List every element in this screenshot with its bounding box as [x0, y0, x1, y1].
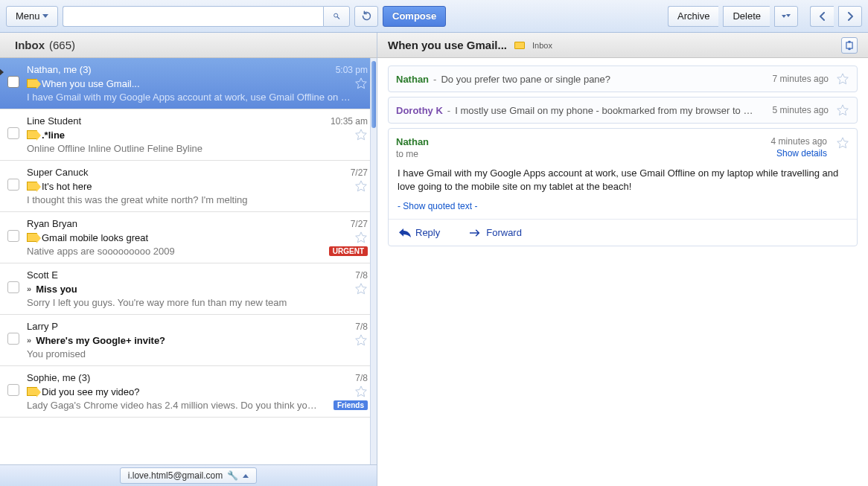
reading-pane: When you use Gmail... Inbox Nathan-Do yo…: [377, 33, 868, 486]
message-checkbox[interactable]: [7, 76, 19, 88]
message-checkbox[interactable]: [7, 230, 19, 242]
message-checkbox[interactable]: [7, 333, 19, 345]
label-badge: Friends: [334, 400, 368, 410]
message-time: 7/27: [345, 219, 368, 229]
forward-icon: [470, 229, 482, 237]
star-icon[interactable]: [354, 385, 368, 398]
chevron-right-icon: [847, 12, 853, 21]
scrollbar-thumb[interactable]: [371, 61, 376, 128]
message-snippet: I have Gmail with my Google Apps account…: [27, 92, 351, 103]
message-list[interactable]: Nathan, me (3)5:03 pmWhen you use Gmail.…: [0, 58, 377, 464]
message-time: 7/8: [349, 322, 368, 332]
message-subject: It's hot here: [42, 181, 92, 192]
expanded-message: Nathan to me 4 minutes ago Show details …: [388, 128, 858, 246]
message-snippet: I thought this was the great white north…: [27, 194, 248, 205]
menu-label: Menu: [16, 10, 40, 22]
message-row[interactable]: Larry P7/8»Where's my Google+ invite?You…: [0, 315, 377, 366]
message-sender: Line Student: [27, 115, 81, 127]
prev-button[interactable]: [810, 6, 834, 27]
message-row[interactable]: Line Student10:35 am.*lineOnline Offline…: [0, 109, 377, 161]
collapsed-message[interactable]: Nathan-Do you prefer two pane or single …: [388, 65, 858, 92]
forward-button[interactable]: Forward: [470, 227, 522, 238]
show-quoted-link[interactable]: - Show quoted text -: [389, 201, 857, 219]
message-row[interactable]: Super Canuck7/27It's hot hereI thought t…: [0, 161, 377, 212]
forward-label: Forward: [486, 227, 522, 238]
star-icon[interactable]: [354, 282, 368, 295]
message-time: 7/8: [349, 373, 368, 383]
message-sender: Ryan Bryan: [27, 218, 77, 229]
compose-button[interactable]: Compose: [383, 6, 446, 27]
scrollbar[interactable]: [370, 58, 377, 464]
expanded-sender: Nathan: [396, 136, 765, 147]
collapsed-snippet: I mostly use Gmail on my phone - bookmar…: [455, 105, 760, 116]
message-snippet: Online Offline Inline Outline Feline Byl…: [27, 143, 202, 154]
expanded-recipient: to me: [396, 149, 765, 159]
message-row[interactable]: Scott E7/8»Miss youSorry I left you guys…: [0, 263, 377, 315]
delete-button[interactable]: Delete: [723, 6, 770, 27]
show-details-link[interactable]: Show details: [771, 148, 827, 159]
folder-name: Inbox: [532, 41, 552, 50]
more-actions-button[interactable]: [774, 6, 798, 27]
chevrons-icon: »: [27, 284, 31, 293]
message-checkbox[interactable]: [7, 127, 19, 139]
message-subject: When you use Gmail...: [42, 78, 140, 89]
star-icon[interactable]: [354, 128, 368, 141]
message-row[interactable]: Nathan, me (3)5:03 pmWhen you use Gmail.…: [0, 58, 377, 109]
message-time: 7/27: [345, 167, 368, 178]
thread-header: When you use Gmail... Inbox: [377, 33, 868, 58]
chevron-left-icon: [820, 12, 826, 21]
menu-button[interactable]: Menu: [6, 6, 58, 27]
search-icon: [333, 10, 340, 22]
collapsed-message[interactable]: Dorothy K-I mostly use Gmail on my phone…: [388, 97, 858, 124]
message-sender: Nathan, me (3): [27, 64, 92, 75]
search-input[interactable]: [63, 6, 323, 27]
chevron-up-icon: [243, 474, 249, 478]
star-icon[interactable]: [354, 179, 368, 193]
star-icon[interactable]: [354, 231, 368, 244]
message-subject: Did you see my video?: [42, 386, 140, 397]
message-subject: Where's my Google+ invite?: [36, 335, 165, 346]
message-list-pane: Inbox (665) Nathan, me (3)5:03 pmWhen yo…: [0, 33, 377, 486]
message-checkbox[interactable]: [7, 384, 19, 396]
account-switcher[interactable]: i.love.html5@gmail.com 🔧: [120, 467, 258, 484]
message-subject: Miss you: [36, 284, 77, 295]
star-icon[interactable]: [836, 136, 849, 150]
collapsed-time: 7 minutes ago: [765, 74, 832, 84]
message-body: I have Gmail with my Google Apps account…: [389, 162, 857, 201]
message-sender: Sophie, me (3): [27, 372, 90, 383]
star-icon[interactable]: [836, 103, 849, 117]
search-button[interactable]: [323, 6, 350, 27]
expand-all-button[interactable]: [841, 37, 858, 54]
wrench-icon: 🔧: [227, 470, 238, 481]
chevrons-icon: »: [27, 336, 31, 345]
account-footer: i.love.html5@gmail.com 🔧: [0, 464, 377, 486]
archive-button[interactable]: Archive: [668, 6, 718, 27]
message-subject: Gmail mobile looks great: [42, 232, 148, 243]
star-icon[interactable]: [836, 72, 849, 86]
message-subject: .*line: [42, 130, 65, 141]
message-row[interactable]: Sophie, me (3)7/8Did you see my video?La…: [0, 366, 377, 418]
importance-marker-icon: [27, 233, 37, 242]
reply-label: Reply: [415, 227, 440, 238]
inbox-header[interactable]: Inbox (665): [0, 33, 377, 58]
message-row[interactable]: Ryan Bryan7/27Gmail mobile looks greatNa…: [0, 212, 377, 263]
message-snippet: You promised: [27, 348, 86, 359]
message-time: 7/8: [349, 270, 368, 281]
importance-marker-icon: [27, 182, 37, 191]
star-icon[interactable]: [354, 333, 368, 347]
importance-marker-icon: [27, 130, 37, 139]
message-checkbox[interactable]: [7, 179, 19, 191]
refresh-button[interactable]: [354, 6, 378, 27]
svg-rect-2: [846, 42, 852, 48]
next-button[interactable]: [838, 6, 862, 27]
message-time: 10:35 am: [325, 116, 368, 127]
selection-arrow-icon: [0, 68, 4, 76]
collapsed-time: 5 minutes ago: [765, 105, 832, 115]
reply-button[interactable]: Reply: [399, 227, 440, 238]
reply-icon: [399, 228, 411, 237]
expanded-time: 4 minutes ago: [771, 136, 827, 147]
thread-body: Nathan-Do you prefer two pane or single …: [377, 58, 868, 486]
star-icon[interactable]: [354, 77, 368, 90]
message-checkbox[interactable]: [7, 281, 19, 293]
inbox-label: Inbox: [15, 39, 45, 51]
